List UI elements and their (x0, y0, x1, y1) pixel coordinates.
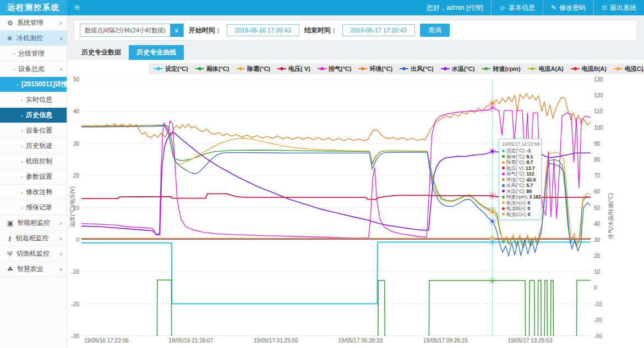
series-rpm (81, 280, 591, 336)
tooltip-series-value: 8.7 (527, 159, 533, 165)
basic-info-label: 基本信息 (509, 3, 535, 13)
start-time-input[interactable] (227, 24, 299, 36)
sidebar-item[interactable]: ☘智慧农业› (0, 262, 67, 277)
sidebar-item[interactable]: ❄冷机测控› (0, 31, 67, 46)
legend-label: 水温(°C) (452, 65, 475, 73)
tooltip-timestamp: 19/05/17 12:33:58 (502, 141, 538, 147)
x-axis-tick: 19/05/16 17:22:06 (76, 338, 137, 344)
legend-label: 环境(°C) (369, 65, 392, 73)
gear-icon: ⚙ (7, 19, 13, 27)
sidebar-item[interactable]: ◦[20150011]详情› (0, 77, 67, 92)
end-time-input[interactable] (342, 24, 415, 36)
user-icon: ☺ (499, 4, 506, 12)
right-axis-tick: -30 (594, 333, 613, 339)
chevron-right-icon: › (60, 19, 67, 27)
legend-line-dot-icon (236, 68, 245, 69)
sidebar-item-label: 参数设置 (26, 172, 52, 181)
basic-info-button[interactable]: ☺ 基本信息 (491, 0, 543, 15)
tooltip-row: 设定(°C):-1 (502, 148, 538, 154)
bullet-icon: ◦ (21, 128, 23, 134)
legend-item[interactable]: 转速(rpm) (482, 65, 520, 73)
sidebar-item[interactable]: ⚙系统管理› (0, 15, 67, 31)
cabinet-icon: ▣ (7, 219, 13, 227)
legend-item[interactable]: 排气(°C) (318, 65, 352, 73)
query-button[interactable]: 查询 (420, 24, 450, 37)
sidebar-item[interactable]: ◦历史轨迹 (0, 139, 67, 154)
change-password-button[interactable]: ✎ 修改密码 (543, 0, 593, 15)
sidebar-item-label: 冷机测控 (17, 34, 43, 43)
right-axis-tick: 10 (594, 269, 613, 275)
tab-history-data[interactable]: 历史专业数据 (74, 45, 129, 60)
series-dot-icon (502, 201, 505, 204)
legend-item[interactable]: 环境(°C) (358, 65, 392, 73)
sidebar-item-label: 设备位置 (26, 126, 52, 135)
sidebar-item-label: 历史信息 (26, 111, 52, 120)
sidebar-item[interactable]: ◦分组管理 (0, 46, 67, 62)
tooltip-series-value: 42.5 (527, 177, 536, 183)
sidebar-item-label: [20150011]详情 (21, 80, 67, 89)
tooltip-series-value: -1 (527, 148, 531, 154)
legend-item[interactable]: 电压( V) (277, 65, 310, 73)
chevron-right-icon: › (60, 265, 67, 273)
left-axis-tick: 40 (67, 108, 79, 114)
legend-label: 除霜(°C) (247, 65, 270, 73)
sidebar-item[interactable]: Ψ切面机监控› (0, 246, 67, 262)
sidebar-item-label: 维保记录 (26, 203, 52, 212)
legend-item[interactable]: 出风(°C) (400, 65, 434, 73)
sidebar-item[interactable]: ⚷钥匙柜监控› (0, 231, 67, 246)
chevron-right-icon: › (60, 219, 67, 227)
sidebar-item[interactable]: ◦历史信息 (0, 108, 67, 123)
legend-label: 排气(°C) (329, 65, 352, 73)
tab-history-curve[interactable]: 历史专业曲线 (129, 45, 184, 60)
sidebar-item-label: 智能柜监控 (17, 218, 50, 228)
tooltip-series-value: 112 (527, 171, 534, 177)
sidebar-item-label: 修改注释 (26, 187, 52, 197)
tooltip-row: 出风(°C):5.7 (502, 183, 538, 189)
legend-item[interactable]: 除霜(°C) (236, 65, 270, 73)
interval-select[interactable]: 数据点间隔2分钟(24小时数据) ∨ (80, 24, 184, 37)
tooltip-series-label: 设定(°C): (506, 148, 526, 154)
user-greeting: 您好，admin [代理] (419, 3, 491, 13)
legend-label: 转速(rpm) (493, 65, 520, 73)
chevron-right-icon: › (60, 65, 67, 73)
legend-item[interactable]: 水温(°C) (441, 65, 475, 73)
legend-item[interactable]: 电流A(A) (528, 65, 564, 73)
sidebar-item[interactable]: ◦实时信息 (0, 92, 67, 108)
x-axis-tick: 19/05/17 01:25:50 (245, 338, 306, 344)
legend-item[interactable]: 电流C(A) (614, 65, 644, 73)
hamburger-menu-icon[interactable]: ≡ (67, 3, 87, 13)
sidebar-item[interactable]: ◦修改注释 (0, 185, 67, 200)
sidebar-item[interactable]: ◦机组控制 (0, 154, 67, 169)
right-axis-tick: 70 (594, 173, 613, 179)
bullet-icon: ◦ (21, 174, 23, 180)
left-axis-tick: 20 (67, 173, 79, 179)
series-dot-icon (502, 207, 505, 210)
series-marker (490, 150, 494, 153)
logout-button[interactable]: ⊙ 退出系统 (593, 0, 644, 15)
sidebar-item[interactable]: ◦参数设置 (0, 169, 67, 185)
sidebar-item[interactable]: ▣智能柜监控› (0, 216, 67, 231)
series-marker (490, 240, 494, 244)
sidebar-item[interactable]: ◦维保记录 (0, 200, 67, 216)
leaf-icon: ☘ (7, 266, 13, 273)
power-icon: ⊙ (602, 4, 607, 12)
legend-item[interactable]: 厢体(°C) (195, 65, 230, 73)
main-content: 数据点间隔2分钟(24小时数据) ∨ 开始时间： 结束时间： 查询 历史专业数据… (67, 15, 644, 348)
tooltip-series-label: 水温(°C): (506, 189, 526, 195)
sidebar-item[interactable]: ◦设备位置 (0, 123, 67, 139)
legend-line-dot-icon (277, 68, 286, 69)
tooltip-series-label: 除霜(°C): (506, 159, 526, 165)
app-title: 远程测控系统 (0, 0, 67, 15)
tooltip-series-label: 排气(°C): (506, 171, 526, 177)
series-dot-icon (502, 173, 505, 175)
left-axis-tick: -10 (67, 269, 79, 275)
legend-item[interactable]: 设定(°C) (154, 65, 188, 73)
legend-item[interactable]: 电流B(A) (571, 65, 607, 73)
chevron-right-icon: › (60, 250, 67, 258)
sidebar-item[interactable]: ◦设备总览› (0, 62, 67, 77)
tooltip-row: 水温(°C):85 (502, 189, 538, 195)
right-axis-tick: 100 (594, 125, 613, 131)
change-password-label: 修改密码 (559, 3, 586, 13)
tooltip-row: 除霜(°C):8.7 (502, 159, 538, 165)
bullet-icon: ◦ (21, 112, 23, 119)
